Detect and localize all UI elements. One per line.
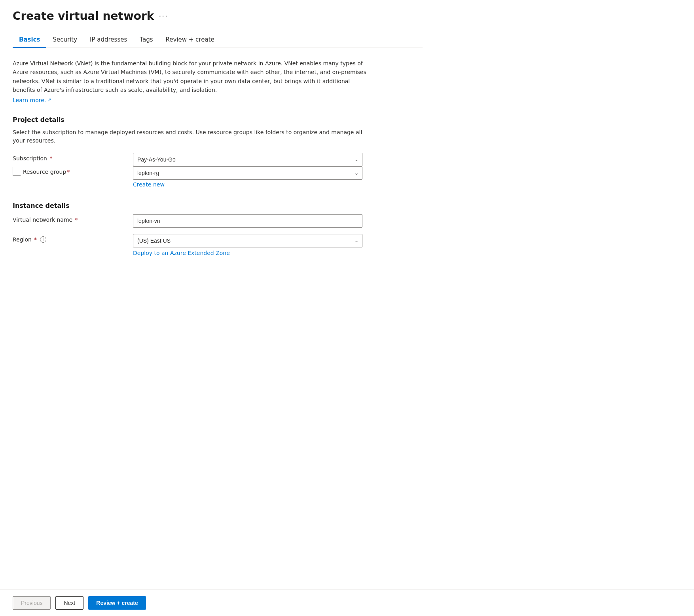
previous-button[interactable]: Previous [13,596,51,610]
region-label: Region [13,236,32,243]
tab-bar: Basics Security IP addresses Tags Review… [13,32,423,48]
region-required: * [34,236,37,243]
vnet-name-row: Virtual network name * [13,214,423,228]
region-select[interactable]: (US) East US [133,234,362,247]
resource-group-label-cell: Resource group * [13,166,123,176]
project-details-section: Project details Select the subscription … [13,116,423,188]
review-create-button[interactable]: Review + create [88,596,146,610]
region-control: (US) East US ⌄ Deploy to an Azure Extend… [133,234,362,256]
subscription-select[interactable]: Pay-As-You-Go [133,153,362,166]
subscription-label-cell: Subscription * [13,153,123,162]
vnet-name-label: Virtual network name [13,217,72,223]
vnet-name-label-cell: Virtual network name * [13,214,123,223]
subscription-row: Subscription * Pay-As-You-Go ⌄ [13,153,423,166]
learn-more-label: Learn more. [13,97,46,103]
tab-tags[interactable]: Tags [133,32,159,48]
next-button[interactable]: Next [55,596,83,610]
region-row: Region * i (US) East US ⌄ Deploy to an A… [13,234,423,256]
region-dropdown-wrapper: (US) East US ⌄ [133,234,362,247]
region-label-cell: Region * i [13,234,123,243]
vnet-name-input[interactable] [133,214,362,228]
subscription-control: Pay-As-You-Go ⌄ [133,153,362,166]
resource-group-label: Resource group [23,169,66,175]
vnet-name-control [133,214,362,228]
resource-group-dropdown-wrapper: lepton-rg ⌄ [133,166,362,180]
external-link-icon: ↗ [47,97,51,103]
resource-group-row: Resource group * lepton-rg ⌄ Create new [13,166,423,188]
basics-description: Azure Virtual Network (VNet) is the fund… [13,59,369,95]
region-info-icon[interactable]: i [40,236,46,243]
more-options-icon[interactable]: ··· [159,12,168,20]
tab-ip-addresses[interactable]: IP addresses [83,32,133,48]
page-header: Create virtual network ··· [13,10,423,23]
resource-group-control: lepton-rg ⌄ Create new [133,166,362,188]
deploy-extended-zone-link[interactable]: Deploy to an Azure Extended Zone [133,250,230,256]
resource-group-select[interactable]: lepton-rg [133,166,362,180]
instance-details-title: Instance details [13,202,423,209]
create-new-link[interactable]: Create new [133,181,165,188]
tab-review-create[interactable]: Review + create [159,32,221,48]
learn-more-link[interactable]: Learn more. ↗ [13,97,51,103]
tab-basics[interactable]: Basics [13,32,46,48]
subscription-dropdown-wrapper: Pay-As-You-Go ⌄ [133,153,362,166]
subscription-label: Subscription [13,155,47,162]
vnet-name-required: * [75,217,78,223]
project-details-title: Project details [13,116,423,124]
page-title: Create virtual network [13,10,154,23]
project-details-desc: Select the subscription to manage deploy… [13,128,369,145]
instance-details-section: Instance details Virtual network name * … [13,202,423,256]
resource-group-required: * [67,169,70,175]
tab-security[interactable]: Security [46,32,83,48]
subscription-required: * [49,155,52,162]
footer: Previous Next Review + create [0,589,694,616]
